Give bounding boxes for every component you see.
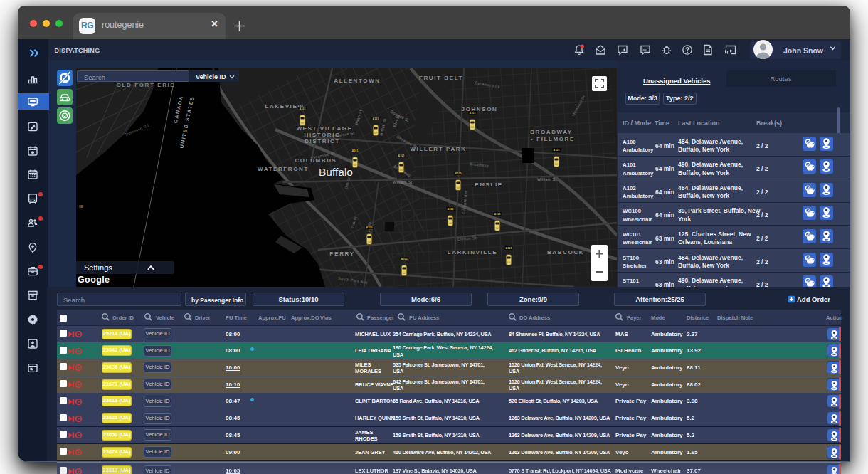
svg-text:HISTORIC: HISTORIC [305,132,341,138]
svg-text:A100: A100 [366,226,372,229]
svg-text:WEST VILLAGE: WEST VILLAGE [296,125,352,132]
svg-text:A105: A105 [455,172,461,175]
svg-text:FRUIT BELT: FRUIT BELT [419,75,463,81]
svg-text:A101: A101 [494,213,500,216]
svg-text:BABCOCK: BABCOCK [547,249,584,256]
svg-text:A101: A101 [505,247,512,250]
svg-text:ALLENTOWN: ALLENTOWN [334,78,380,84]
svg-text:LARKINVILLE: LARKINVILLE [448,249,498,256]
svg-text:JOHNSON: JOHNSON [462,106,498,112]
svg-text:COLUMBUS: COLUMBUS [295,157,337,164]
svg-text:WATERFRONT: WATERFRONT [258,166,309,172]
svg-text:DISTRICT: DISTRICT [305,138,340,144]
svg-text:A101: A101 [398,154,404,157]
svg-text:A101: A101 [351,149,358,152]
svg-text:A101: A101 [299,107,305,110]
svg-text:EMSLIE: EMSLIE [475,181,502,188]
svg-text:William St: William St [393,180,413,184]
svg-text:A101: A101 [553,149,559,152]
svg-text:A101: A101 [372,117,379,120]
svg-text:OLD FORT ERIE: OLD FORT ERIE [117,82,176,88]
svg-text:A100: A100 [447,208,453,211]
svg-text:PERRY: PERRY [329,251,354,257]
svg-text:IE: IE [79,204,83,209]
svg-text:- FILLMORE: - FILLMORE [531,136,575,142]
svg-text:A102: A102 [401,258,407,260]
svg-text:William St: William St [537,177,557,181]
svg-text:WILLERT PARK: WILLERT PARK [410,146,466,152]
svg-text:BROADWAY: BROADWAY [530,129,573,135]
svg-text:Buffalo: Buffalo [319,166,353,178]
svg-text:A101: A101 [469,112,475,115]
